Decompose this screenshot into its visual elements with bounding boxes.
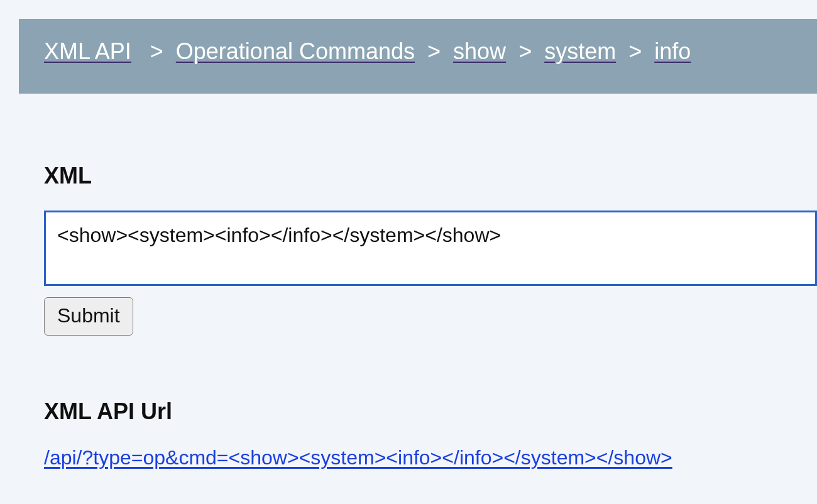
breadcrumb-info[interactable]: info (654, 38, 691, 64)
breadcrumb-system[interactable]: system (544, 38, 616, 64)
breadcrumb-separator: > (512, 38, 538, 64)
xml-heading: XML (44, 163, 817, 189)
breadcrumb: XML API > Operational Commands > show > … (44, 38, 792, 65)
xml-api-url-link[interactable]: /api/?type=op&cmd=<show><system><info></… (44, 446, 672, 469)
xml-input[interactable] (44, 211, 817, 286)
breadcrumb-show[interactable]: show (453, 38, 506, 64)
breadcrumb-separator: > (622, 38, 648, 64)
xml-api-url-heading: XML API Url (44, 398, 817, 425)
breadcrumb-xml-api[interactable]: XML API (44, 38, 131, 64)
breadcrumb-separator: > (138, 38, 176, 64)
submit-button[interactable]: Submit (44, 297, 133, 336)
breadcrumb-bar: XML API > Operational Commands > show > … (19, 19, 817, 94)
breadcrumb-separator: > (421, 38, 447, 64)
breadcrumb-operational-commands[interactable]: Operational Commands (176, 38, 415, 64)
